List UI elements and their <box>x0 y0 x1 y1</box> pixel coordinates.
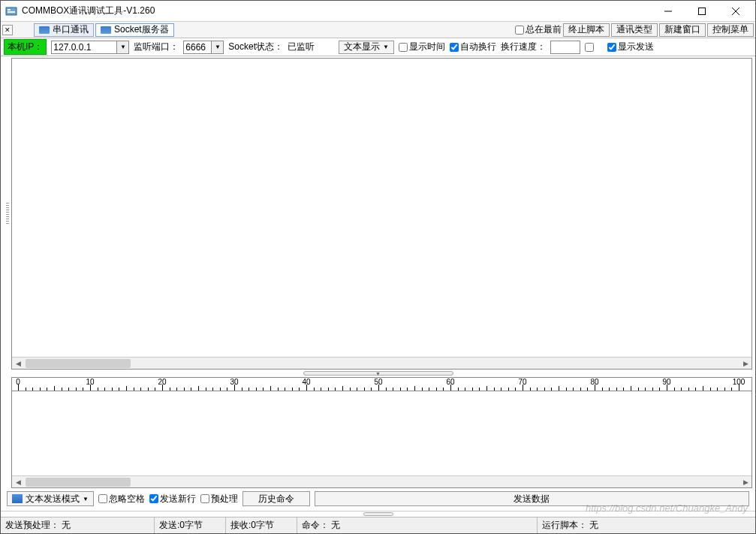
ruler: 0102030405060708090100 <box>11 377 752 391</box>
horizontal-splitter[interactable] <box>4 370 752 377</box>
scroll-thumb[interactable] <box>26 359 131 368</box>
ruler-mark: 70 <box>518 378 526 386</box>
text-display-button[interactable]: 文本显示▼ <box>339 41 394 54</box>
scroll-thumb[interactable] <box>26 478 131 487</box>
ruler-mark: 60 <box>446 378 454 386</box>
statusbar: 发送预处理： 无 发送:0字节 接收:0字节 命令： 无 运行脚本： 无 <box>1 517 755 533</box>
tab-socket-label: Socket服务器 <box>114 23 169 36</box>
history-button[interactable]: 历史命令 <box>242 491 310 506</box>
wrap-speed-input[interactable] <box>550 41 580 54</box>
ruler-mark: 0 <box>16 378 20 386</box>
new-window-button[interactable]: 新建窗口 <box>659 23 706 37</box>
show-send-checkbox[interactable]: 显示发送 <box>607 41 654 53</box>
show-time-checkbox[interactable]: 显示时间 <box>399 41 445 53</box>
titlebar: COMMBOX通讯调试工具-V1.260 <box>1 1 755 22</box>
socket-status-value: 已监听 <box>288 41 315 53</box>
port-combo[interactable]: ▼ <box>183 41 224 54</box>
status-cmd-label: 命令： <box>302 519 329 532</box>
ip-combo[interactable]: ▼ <box>51 41 129 54</box>
svg-rect-4 <box>698 8 705 14</box>
socket-status-label: Socket状态： <box>228 41 283 53</box>
app-title: COMMBOX通讯调试工具-V1.260 <box>22 5 651 17</box>
tab-serial[interactable]: 串口通讯 <box>34 23 94 37</box>
input-textarea[interactable]: ◀ ▶ <box>11 391 752 488</box>
svg-rect-1 <box>8 9 11 11</box>
close-tab-button[interactable]: ✕ <box>2 25 13 35</box>
socket-icon <box>101 26 111 34</box>
status-script-label: 运行脚本： <box>542 519 587 532</box>
ruler-mark: 10 <box>86 378 94 386</box>
left-splitter[interactable] <box>4 58 11 370</box>
ruler-mark: 20 <box>158 378 166 386</box>
listen-port-label: 监听端口： <box>134 41 179 53</box>
status-sent: 发送:0字节 <box>159 519 203 532</box>
ruler-mark: 90 <box>662 378 670 386</box>
chevron-down-icon: ▼ <box>383 44 389 50</box>
scroll-right-icon[interactable]: ▶ <box>739 358 751 369</box>
minimize-button[interactable] <box>651 1 685 21</box>
ip-input[interactable] <box>51 41 117 54</box>
status-preprocess-label: 发送预处理： <box>5 519 59 532</box>
svg-rect-2 <box>8 11 15 13</box>
chevron-down-icon: ▼ <box>83 496 89 502</box>
status-preprocess-value: 无 <box>62 519 71 532</box>
send-mode-button[interactable]: 文本发送模式 ▼ <box>7 491 94 506</box>
ignore-space-checkbox[interactable]: 忽略空格 <box>98 493 145 505</box>
local-ip-label: 本机IP： <box>4 39 47 55</box>
port-dropdown-icon[interactable]: ▼ <box>212 41 224 54</box>
always-on-top-label: 总在最前 <box>526 23 562 36</box>
ip-dropdown-icon[interactable]: ▼ <box>117 41 129 54</box>
tab-serial-label: 串口通讯 <box>53 23 89 36</box>
auto-wrap-checkbox[interactable]: 自动换行 <box>450 41 496 53</box>
scroll-right-icon[interactable]: ▶ <box>739 477 751 487</box>
status-cmd-value: 无 <box>331 519 340 532</box>
ruler-mark: 100 <box>733 378 745 386</box>
status-recv: 接收:0字节 <box>230 519 274 532</box>
wrap-speed-toggle[interactable] <box>585 43 594 52</box>
ruler-mark: 30 <box>230 378 238 386</box>
app-icon <box>5 5 17 17</box>
bottom-splitter[interactable] <box>1 511 755 517</box>
main-area: ◀ ▶ 0102030405060708090100 ◀ ▶ <box>1 56 755 488</box>
serial-icon <box>39 26 50 34</box>
ruler-mark: 50 <box>374 378 382 386</box>
wrap-speed-label: 换行速度： <box>501 41 546 53</box>
tab-socket[interactable]: Socket服务器 <box>95 23 174 37</box>
port-input[interactable] <box>183 41 212 54</box>
comm-type-button[interactable]: 通讯类型 <box>611 23 658 37</box>
maximize-button[interactable] <box>685 1 718 21</box>
output-textarea[interactable]: ◀ ▶ <box>11 58 752 370</box>
control-menu-button[interactable]: 控制菜单 <box>707 23 754 37</box>
document-icon <box>12 494 23 503</box>
scroll-left-icon[interactable]: ◀ <box>12 358 24 369</box>
tab-toolbar: ✕ 串口通讯 Socket服务器 总在最前 终止脚本 通讯类型 新建窗口 控制菜… <box>1 22 755 38</box>
window-controls <box>651 1 752 21</box>
output-h-scrollbar[interactable]: ◀ ▶ <box>12 357 751 369</box>
status-script-value: 无 <box>589 519 598 532</box>
send-toolbar: 文本发送模式 ▼ 忽略空格 发送新行 预处理 历史命令 发送数据 <box>4 490 752 508</box>
send-newline-checkbox[interactable]: 发送新行 <box>149 493 196 505</box>
input-h-scrollbar[interactable]: ◀ ▶ <box>12 475 751 487</box>
stop-script-button[interactable]: 终止脚本 <box>563 23 610 37</box>
scroll-left-icon[interactable]: ◀ <box>12 477 24 487</box>
close-button[interactable] <box>718 1 752 21</box>
ruler-mark: 40 <box>302 378 310 386</box>
ruler-mark: 80 <box>590 378 598 386</box>
send-data-button[interactable]: 发送数据 <box>315 491 749 506</box>
preprocess-checkbox[interactable]: 预处理 <box>200 493 238 505</box>
connection-toolbar: 本机IP： ▼ 监听端口： ▼ Socket状态： 已监听 文本显示▼ 显示时间… <box>1 38 755 56</box>
always-on-top-checkbox[interactable]: 总在最前 <box>515 23 562 36</box>
